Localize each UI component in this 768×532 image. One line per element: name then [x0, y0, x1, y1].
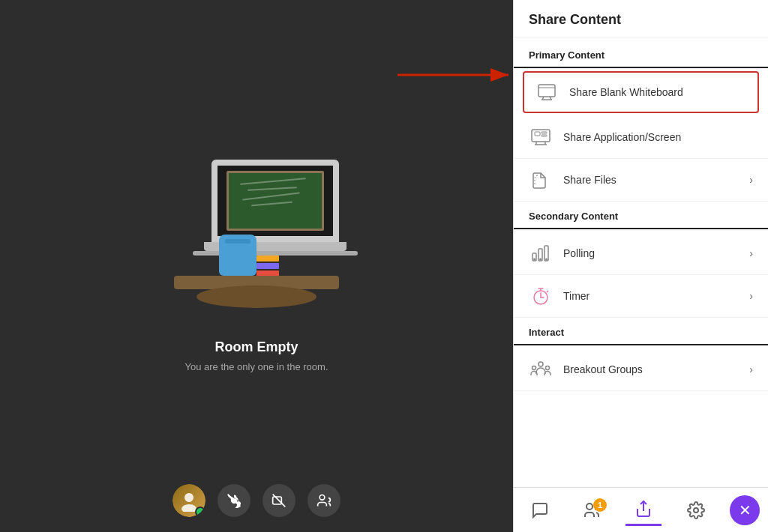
polling-icon: [529, 241, 553, 265]
room-illustration: [174, 160, 339, 324]
room-subtitle: You are the only one in the room.: [184, 361, 328, 372]
svg-point-35: [586, 504, 592, 510]
close-icon: ✕: [739, 501, 752, 519]
share-nav-button[interactable]: [626, 494, 662, 526]
left-panel: Room Empty You are the only one in the r…: [0, 0, 513, 532]
video-button[interactable]: [262, 484, 296, 517]
panel-content: Primary Content Share Blank Whiteboard: [514, 37, 768, 487]
svg-rect-8: [538, 85, 555, 97]
mute-button[interactable]: [218, 484, 250, 517]
svg-point-0: [184, 493, 194, 502]
svg-point-25: [545, 259, 548, 261]
screen-label: Share Application/Screen: [563, 131, 753, 143]
settings-icon: [687, 501, 705, 519]
mic-off-icon: [226, 493, 242, 508]
video-icon: [272, 493, 286, 508]
primary-content-label: Primary Content: [514, 49, 768, 68]
online-badge: [195, 507, 206, 517]
breakout-label: Breakout Groups: [563, 363, 739, 375]
svg-rect-18: [542, 132, 547, 133]
svg-point-5: [320, 495, 325, 501]
files-label: Share Files: [563, 174, 739, 186]
polling-chevron: ›: [749, 247, 753, 259]
breakout-item[interactable]: Breakout Groups ›: [514, 348, 768, 391]
right-panel: Share Content Primary Content Share Blan…: [513, 0, 768, 532]
chat-nav-button[interactable]: [522, 495, 558, 525]
avatar-button[interactable]: [172, 484, 206, 517]
interact-label: Interact: [514, 327, 768, 345]
close-button[interactable]: ✕: [730, 495, 760, 525]
share-screen-item[interactable]: Share Application/Screen: [514, 116, 768, 159]
settings-nav-button[interactable]: [678, 495, 714, 525]
timer-item[interactable]: Timer ›: [514, 275, 768, 318]
share-icon: [634, 500, 652, 518]
participants-nav-button[interactable]: 1: [574, 495, 610, 525]
chat-icon: [531, 501, 549, 519]
files-icon: [529, 168, 553, 192]
svg-rect-19: [542, 135, 547, 136]
people-icon: [316, 493, 332, 508]
whiteboard-label: Share Blank Whiteboard: [569, 86, 747, 98]
svg-point-1: [182, 504, 196, 512]
timer-chevron: ›: [749, 290, 753, 302]
polling-label: Polling: [563, 247, 739, 259]
participants-badge: 1: [593, 498, 607, 512]
timer-label: Timer: [563, 290, 739, 302]
room-title: Room Empty: [214, 339, 298, 355]
panel-header: Share Content: [514, 0, 768, 37]
screen-icon: [529, 125, 553, 149]
svg-point-33: [532, 366, 536, 370]
svg-rect-17: [535, 132, 540, 136]
svg-point-24: [539, 259, 542, 261]
breakout-chevron: ›: [749, 363, 753, 375]
breakout-icon: [529, 357, 553, 381]
panel-title: Share Content: [529, 12, 753, 28]
polling-item[interactable]: Polling ›: [514, 232, 768, 275]
bottom-toolbar: [172, 484, 340, 517]
bottom-nav: 1 ✕: [514, 487, 768, 532]
backpack: [219, 235, 256, 276]
files-chevron: ›: [749, 174, 753, 186]
share-files-item[interactable]: Share Files ›: [514, 159, 768, 202]
svg-line-31: [547, 291, 548, 292]
more-button[interactable]: [308, 484, 340, 517]
svg-point-37: [694, 508, 698, 513]
svg-point-32: [538, 362, 543, 366]
svg-point-23: [533, 259, 536, 261]
timer-icon: [529, 284, 553, 308]
secondary-content-label: Secondary Content: [514, 211, 768, 229]
books: [256, 256, 279, 276]
share-whiteboard-item[interactable]: Share Blank Whiteboard: [523, 71, 759, 113]
svg-point-34: [546, 366, 550, 370]
laptop-screen: [212, 160, 339, 242]
whiteboard-icon: [535, 80, 559, 104]
